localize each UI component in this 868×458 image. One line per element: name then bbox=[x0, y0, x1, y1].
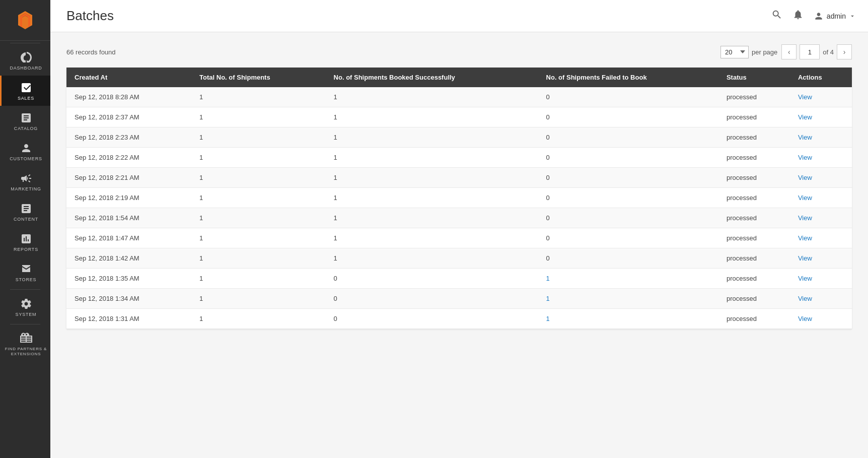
cell-created-at: Sep 12, 2018 8:28 AM bbox=[66, 87, 191, 107]
pagination-controls: 20 30 50 100 200 per page ‹ of 4 › bbox=[720, 44, 852, 59]
logo[interactable] bbox=[0, 0, 50, 41]
view-link[interactable]: View bbox=[798, 174, 812, 181]
sidebar-item-marketing-label: MARKETING bbox=[11, 186, 41, 191]
sidebar-item-customers[interactable]: CUSTOMERS bbox=[0, 136, 50, 166]
col-header-status: Status bbox=[718, 68, 790, 87]
cell-booked: 1 bbox=[326, 127, 538, 148]
col-header-total-shipments: Total No. of Shipments bbox=[191, 68, 326, 87]
sidebar-item-stores-label: STORES bbox=[16, 277, 37, 282]
view-link[interactable]: View bbox=[798, 315, 812, 322]
sales-icon bbox=[20, 82, 32, 94]
cell-status: processed bbox=[718, 188, 790, 208]
cell-total: 1 bbox=[191, 289, 326, 309]
cell-total: 1 bbox=[191, 107, 326, 127]
customers-icon bbox=[20, 142, 32, 154]
cell-status: processed bbox=[718, 148, 790, 168]
view-link[interactable]: View bbox=[798, 254, 812, 262]
cell-action: View bbox=[790, 188, 852, 208]
sidebar-divider-top bbox=[10, 43, 40, 43]
cell-status: processed bbox=[718, 87, 790, 107]
cell-action: View bbox=[790, 228, 852, 248]
stores-icon bbox=[20, 263, 32, 275]
search-icon[interactable] bbox=[771, 9, 782, 23]
user-avatar-icon bbox=[814, 11, 824, 21]
sidebar-divider-bottom bbox=[10, 324, 40, 324]
table-body: Sep 12, 2018 8:28 AM 1 1 0 processed Vie… bbox=[66, 87, 852, 329]
page-nav: ‹ of 4 › bbox=[781, 44, 852, 59]
sidebar-item-partners-label: FIND PARTNERS & EXTENSIONS bbox=[4, 347, 48, 356]
content-icon bbox=[20, 203, 32, 215]
view-link[interactable]: View bbox=[798, 295, 812, 302]
cell-booked: 1 bbox=[326, 248, 538, 269]
table-row: Sep 12, 2018 2:19 AM 1 1 0 processed Vie… bbox=[66, 188, 852, 208]
next-page-button[interactable]: › bbox=[837, 44, 852, 59]
page-title: Batches bbox=[66, 8, 114, 24]
table-row: Sep 12, 2018 2:22 AM 1 1 0 processed Vie… bbox=[66, 148, 852, 168]
cell-total: 1 bbox=[191, 228, 326, 248]
system-icon bbox=[20, 298, 32, 310]
table-row: Sep 12, 2018 2:21 AM 1 1 0 processed Vie… bbox=[66, 168, 852, 188]
cell-failed: 0 bbox=[538, 248, 718, 269]
per-page-dropdown[interactable]: 20 30 50 100 200 bbox=[720, 46, 749, 58]
dashboard-icon bbox=[20, 51, 32, 63]
cell-failed: 1 bbox=[538, 269, 718, 289]
sidebar-item-catalog-label: CATALOG bbox=[14, 126, 38, 131]
cell-action: View bbox=[790, 87, 852, 107]
sidebar-item-dashboard[interactable]: DASHBOARD bbox=[0, 45, 50, 76]
col-header-actions: Actions bbox=[790, 68, 852, 87]
sidebar-item-reports[interactable]: REPORTS bbox=[0, 227, 50, 257]
cell-failed: 0 bbox=[538, 188, 718, 208]
view-link[interactable]: View bbox=[798, 194, 812, 202]
partners-icon bbox=[20, 333, 32, 345]
col-header-booked-successfully: No. of Shipments Booked Successfully bbox=[326, 68, 538, 87]
view-link[interactable]: View bbox=[798, 275, 812, 282]
sidebar-item-partners[interactable]: FIND PARTNERS & EXTENSIONS bbox=[0, 326, 50, 361]
cell-booked: 1 bbox=[326, 87, 538, 107]
cell-total: 1 bbox=[191, 148, 326, 168]
sidebar-item-marketing[interactable]: MARKETING bbox=[0, 166, 50, 197]
sidebar-item-stores[interactable]: STORES bbox=[0, 257, 50, 287]
cell-total: 1 bbox=[191, 168, 326, 188]
cell-created-at: Sep 12, 2018 1:34 AM bbox=[66, 289, 191, 309]
sidebar-divider-mid bbox=[10, 289, 40, 290]
sidebar-item-sales[interactable]: SALES bbox=[0, 76, 50, 106]
total-pages: of 4 bbox=[823, 48, 834, 56]
top-header: Batches admin bbox=[50, 0, 868, 32]
cell-action: View bbox=[790, 269, 852, 289]
table-row: Sep 12, 2018 1:31 AM 1 0 1 processed Vie… bbox=[66, 309, 852, 329]
sidebar-item-content-label: CONTENT bbox=[14, 217, 38, 222]
cell-failed: 0 bbox=[538, 168, 718, 188]
col-header-failed-to-book: No. of Shipments Failed to Book bbox=[538, 68, 718, 87]
cell-total: 1 bbox=[191, 188, 326, 208]
cell-total: 1 bbox=[191, 208, 326, 228]
svg-marker-2 bbox=[22, 16, 28, 29]
prev-page-button[interactable]: ‹ bbox=[781, 44, 797, 59]
view-link[interactable]: View bbox=[798, 214, 812, 222]
cell-created-at: Sep 12, 2018 1:42 AM bbox=[66, 248, 191, 269]
cell-total: 1 bbox=[191, 309, 326, 329]
sidebar-item-catalog[interactable]: CATALOG bbox=[0, 106, 50, 136]
user-name: admin bbox=[827, 12, 846, 20]
sidebar-item-content[interactable]: CONTENT bbox=[0, 197, 50, 227]
cell-action: View bbox=[790, 127, 852, 148]
view-link[interactable]: View bbox=[798, 234, 812, 242]
table-row: Sep 12, 2018 1:54 AM 1 1 0 processed Vie… bbox=[66, 208, 852, 228]
cell-failed: 0 bbox=[538, 107, 718, 127]
notifications-icon[interactable] bbox=[792, 9, 804, 23]
view-link[interactable]: View bbox=[798, 134, 812, 141]
cell-failed: 0 bbox=[538, 228, 718, 248]
table-row: Sep 12, 2018 2:23 AM 1 1 0 processed Vie… bbox=[66, 127, 852, 148]
cell-created-at: Sep 12, 2018 1:31 AM bbox=[66, 309, 191, 329]
header-actions: admin bbox=[771, 9, 856, 23]
view-link[interactable]: View bbox=[798, 154, 812, 161]
cell-total: 1 bbox=[191, 127, 326, 148]
sidebar-item-system[interactable]: SYSTEM bbox=[0, 292, 50, 322]
view-link[interactable]: View bbox=[798, 93, 812, 101]
cell-failed: 1 bbox=[538, 289, 718, 309]
view-link[interactable]: View bbox=[798, 113, 812, 121]
catalog-icon bbox=[20, 112, 32, 124]
table-row: Sep 12, 2018 1:35 AM 1 0 1 processed Vie… bbox=[66, 269, 852, 289]
cell-created-at: Sep 12, 2018 1:54 AM bbox=[66, 208, 191, 228]
page-input[interactable] bbox=[800, 44, 820, 59]
user-menu[interactable]: admin bbox=[814, 11, 856, 21]
